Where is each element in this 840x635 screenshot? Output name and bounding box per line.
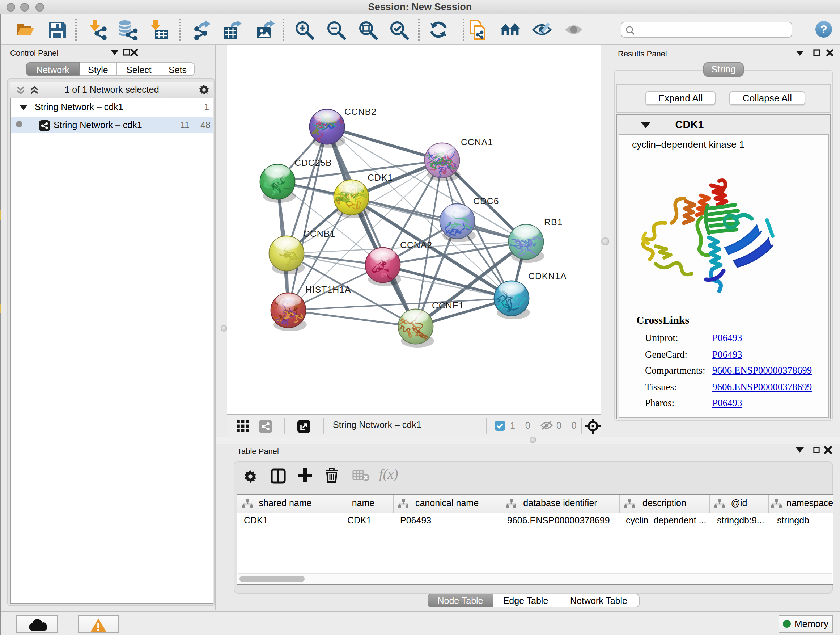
svg-text:CCNE1: CCNE1 [432,301,464,310]
svg-text:RB1: RB1 [544,217,562,227]
svg-text:CDK1: CDK1 [368,173,393,182]
svg-text:CDC6: CDC6 [473,196,499,206]
svg-text:CCNA2: CCNA2 [400,240,432,250]
svg-text:HIST1H1A: HIST1H1A [305,285,351,295]
svg-text:CCNA1: CCNA1 [461,137,493,147]
svg-text:CCNB2: CCNB2 [344,107,377,117]
svg-text:CCNB1: CCNB1 [303,229,335,239]
svg-text:CDKN1A: CDKN1A [528,271,567,281]
svg-text:CDC25B: CDC25B [294,158,332,168]
